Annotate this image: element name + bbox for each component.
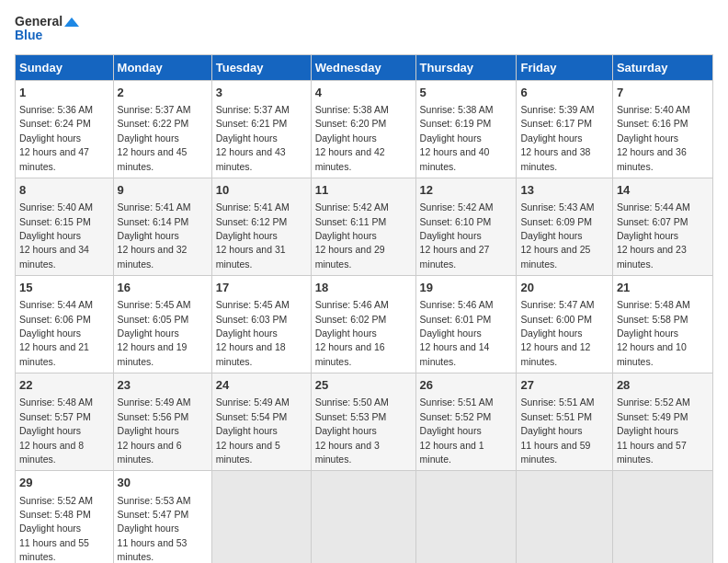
day-number: 4 [315,85,412,101]
day-number: 29 [19,475,109,491]
calendar-cell: 16Sunrise: 5:45 AMSunset: 6:05 PMDayligh… [113,276,211,373]
calendar-cell: 10Sunrise: 5:41 AMSunset: 6:12 PMDayligh… [211,178,311,275]
day-info: Sunrise: 5:39 AMSunset: 6:17 PMDaylight … [520,104,594,172]
day-info: Sunrise: 5:45 AMSunset: 6:05 PMDaylight … [118,299,191,367]
calendar-cell: 1Sunrise: 5:36 AMSunset: 6:24 PMDaylight… [16,80,114,178]
calendar-week-2: 8Sunrise: 5:40 AMSunset: 6:15 PMDaylight… [16,178,713,275]
day-number: 24 [216,377,307,394]
day-number: 13 [520,182,608,199]
calendar-cell: 2Sunrise: 5:37 AMSunset: 6:22 PMDaylight… [113,80,211,178]
header-saturday: Saturday [612,54,712,80]
calendar-cell: 25Sunrise: 5:50 AMSunset: 5:53 PMDayligh… [311,373,415,471]
day-number: 23 [118,377,208,394]
calendar-cell: 22Sunrise: 5:48 AMSunset: 5:57 PMDayligh… [16,373,114,471]
calendar-cell: 9Sunrise: 5:41 AMSunset: 6:14 PMDaylight… [113,178,211,275]
day-info: Sunrise: 5:38 AMSunset: 6:20 PMDaylight … [315,104,389,172]
calendar-cell: 12Sunrise: 5:42 AMSunset: 6:10 PMDayligh… [415,178,517,275]
calendar-cell: 26Sunrise: 5:51 AMSunset: 5:52 PMDayligh… [415,373,517,471]
calendar-cell [517,471,612,563]
calendar-cell [612,471,712,563]
day-info: Sunrise: 5:42 AMSunset: 6:11 PMDaylight … [315,201,389,270]
day-number: 14 [617,182,709,199]
calendar-cell: 23Sunrise: 5:49 AMSunset: 5:56 PMDayligh… [113,373,211,471]
calendar-week-1: 1Sunrise: 5:36 AMSunset: 6:24 PMDaylight… [16,80,713,178]
header-wednesday: Wednesday [311,54,415,80]
calendar-cell: 5Sunrise: 5:38 AMSunset: 6:19 PMDaylight… [415,80,517,178]
calendar-cell: 4Sunrise: 5:38 AMSunset: 6:20 PMDaylight… [311,80,415,178]
calendar-cell: 8Sunrise: 5:40 AMSunset: 6:15 PMDaylight… [16,178,114,275]
calendar-cell: 18Sunrise: 5:46 AMSunset: 6:02 PMDayligh… [311,276,415,373]
day-info: Sunrise: 5:53 AMSunset: 5:47 PMDaylight … [118,495,191,563]
calendar-cell: 30Sunrise: 5:53 AMSunset: 5:47 PMDayligh… [113,471,211,563]
day-number: 9 [118,182,208,199]
calendar-cell: 3Sunrise: 5:37 AMSunset: 6:21 PMDaylight… [211,80,311,178]
day-number: 11 [315,182,412,199]
header-tuesday: Tuesday [211,54,311,80]
calendar-table: SundayMondayTuesdayWednesdayThursdayFrid… [15,54,713,563]
calendar-cell [211,471,311,563]
day-number: 1 [19,85,109,101]
day-info: Sunrise: 5:37 AMSunset: 6:21 PMDaylight … [216,104,290,172]
header-row: SundayMondayTuesdayWednesdayThursdayFrid… [16,54,713,80]
day-info: Sunrise: 5:40 AMSunset: 6:16 PMDaylight … [617,104,690,172]
day-info: Sunrise: 5:40 AMSunset: 6:15 PMDaylight … [19,201,93,270]
calendar-cell: 15Sunrise: 5:44 AMSunset: 6:06 PMDayligh… [16,276,114,373]
day-info: Sunrise: 5:48 AMSunset: 5:58 PMDaylight … [617,299,690,367]
day-info: Sunrise: 5:52 AMSunset: 5:49 PMDaylight … [617,396,690,465]
day-number: 12 [420,182,513,199]
day-info: Sunrise: 5:49 AMSunset: 5:54 PMDaylight … [216,396,290,465]
day-info: Sunrise: 5:41 AMSunset: 6:14 PMDaylight … [118,201,191,270]
day-number: 15 [19,280,109,296]
day-number: 22 [19,377,109,394]
day-info: Sunrise: 5:44 AMSunset: 6:07 PMDaylight … [617,201,690,270]
calendar-cell: 19Sunrise: 5:46 AMSunset: 6:01 PMDayligh… [415,276,517,373]
calendar-cell: 24Sunrise: 5:49 AMSunset: 5:54 PMDayligh… [211,373,311,471]
calendar-cell [415,471,517,563]
day-info: Sunrise: 5:44 AMSunset: 6:06 PMDaylight … [19,299,93,367]
calendar-cell: 28Sunrise: 5:52 AMSunset: 5:49 PMDayligh… [612,373,712,471]
calendar-cell: 17Sunrise: 5:45 AMSunset: 6:03 PMDayligh… [211,276,311,373]
calendar-cell: 14Sunrise: 5:44 AMSunset: 6:07 PMDayligh… [612,178,712,275]
day-info: Sunrise: 5:42 AMSunset: 6:10 PMDaylight … [420,201,494,270]
day-number: 28 [617,377,709,394]
calendar-cell: 20Sunrise: 5:47 AMSunset: 6:00 PMDayligh… [517,276,612,373]
day-info: Sunrise: 5:46 AMSunset: 6:01 PMDaylight … [420,299,494,367]
header-thursday: Thursday [415,54,517,80]
calendar-cell: 11Sunrise: 5:42 AMSunset: 6:11 PMDayligh… [311,178,415,275]
calendar-cell: 6Sunrise: 5:39 AMSunset: 6:17 PMDaylight… [517,80,612,178]
day-info: Sunrise: 5:48 AMSunset: 5:57 PMDaylight … [19,396,93,465]
day-number: 8 [19,182,109,199]
day-info: Sunrise: 5:51 AMSunset: 5:52 PMDaylight … [420,396,494,465]
calendar-week-5: 29Sunrise: 5:52 AMSunset: 5:48 PMDayligh… [16,471,713,563]
day-info: Sunrise: 5:43 AMSunset: 6:09 PMDaylight … [520,201,594,270]
header-friday: Friday [517,54,612,80]
calendar-body: 1Sunrise: 5:36 AMSunset: 6:24 PMDaylight… [16,80,713,563]
day-number: 20 [520,280,608,296]
header-monday: Monday [113,54,211,80]
day-info: Sunrise: 5:45 AMSunset: 6:03 PMDaylight … [216,299,290,367]
day-number: 10 [216,182,307,199]
day-number: 30 [118,475,208,491]
day-info: Sunrise: 5:46 AMSunset: 6:02 PMDaylight … [315,299,389,367]
day-number: 21 [617,280,709,296]
day-info: Sunrise: 5:37 AMSunset: 6:22 PMDaylight … [118,104,191,172]
calendar-week-3: 15Sunrise: 5:44 AMSunset: 6:06 PMDayligh… [16,276,713,373]
header-sunday: Sunday [16,54,114,80]
calendar-cell: 7Sunrise: 5:40 AMSunset: 6:16 PMDaylight… [612,80,712,178]
day-number: 3 [216,85,307,101]
calendar-cell: 29Sunrise: 5:52 AMSunset: 5:48 PMDayligh… [16,471,114,563]
day-number: 6 [520,85,608,101]
day-info: Sunrise: 5:41 AMSunset: 6:12 PMDaylight … [216,201,290,270]
calendar-header: SundayMondayTuesdayWednesdayThursdayFrid… [16,54,713,80]
day-info: Sunrise: 5:52 AMSunset: 5:48 PMDaylight … [19,495,93,563]
calendar-cell [311,471,415,563]
day-info: Sunrise: 5:51 AMSunset: 5:51 PMDaylight … [520,396,594,465]
day-number: 27 [520,377,608,394]
calendar-cell: 27Sunrise: 5:51 AMSunset: 5:51 PMDayligh… [517,373,612,471]
calendar-cell: 21Sunrise: 5:48 AMSunset: 5:58 PMDayligh… [612,276,712,373]
day-number: 7 [617,85,709,101]
day-info: Sunrise: 5:38 AMSunset: 6:19 PMDaylight … [420,104,494,172]
day-number: 16 [118,280,208,296]
day-number: 26 [420,377,513,394]
day-info: Sunrise: 5:47 AMSunset: 6:00 PMDaylight … [520,299,594,367]
